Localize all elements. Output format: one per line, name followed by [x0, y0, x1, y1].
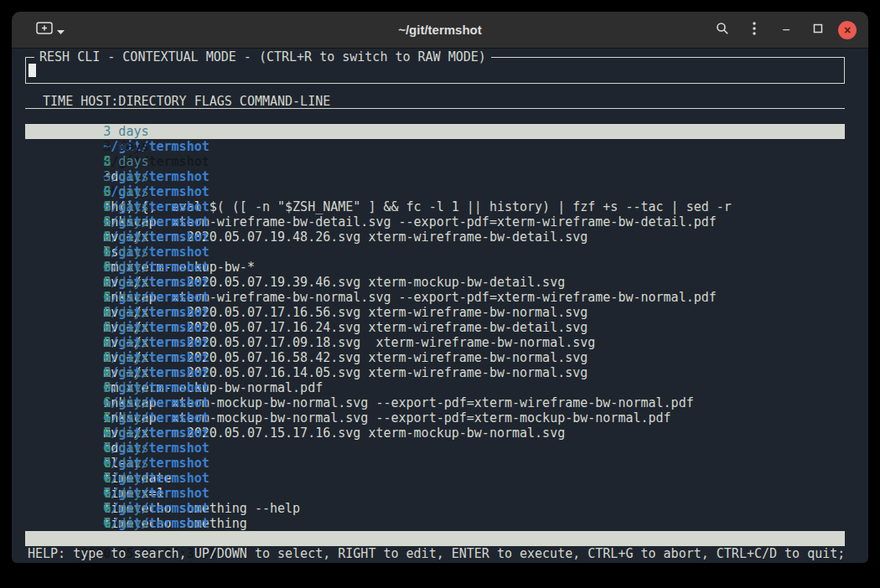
- row-time: 7 days: [103, 486, 156, 501]
- row-time: 7 days: [103, 516, 156, 531]
- row-time: 3 days: [103, 199, 156, 214]
- row-time: 3 days: [103, 154, 156, 169]
- kebab-menu-icon: [753, 22, 756, 39]
- row-time: 3 days: [103, 214, 156, 230]
- row-time: 3 days: [103, 230, 156, 245]
- search-input[interactable]: RESH CLI - CONTEXTUAL MODE - (CTRL+R to …: [25, 57, 845, 84]
- new-tab-icon: [36, 22, 53, 38]
- row-time: 3 days: [103, 245, 156, 260]
- titlebar-right-controls: − ×: [711, 18, 857, 42]
- row-time: 3 days: [103, 184, 156, 199]
- row-time: 7 days: [103, 471, 156, 486]
- new-tab-button[interactable]: [32, 18, 69, 42]
- history-row[interactable]: 3 days ~/git/termshot G cd: [25, 109, 845, 124]
- titlebar: ~/git/termshot −: [12, 12, 868, 49]
- row-time: 3 days: [103, 320, 156, 335]
- titlebar-left-controls: [32, 18, 69, 42]
- search-box-title: RESH CLI - CONTEXTUAL MODE - (CTRL+R to …: [34, 49, 491, 64]
- row-time: 3 days: [103, 365, 156, 380]
- row-time: 3 days: [103, 380, 156, 395]
- row-time: 3 days: [103, 290, 156, 305]
- search-button[interactable]: [711, 18, 734, 42]
- row-time: 6 days: [103, 395, 156, 410]
- history-header: TIME HOST:DIRECTORY FLAGS COMMAND-LINE: [25, 94, 845, 109]
- minimize-icon: −: [782, 23, 789, 38]
- row-time: 3 days: [103, 335, 156, 350]
- close-icon: ×: [844, 24, 851, 36]
- row-time: 7 days: [103, 426, 156, 441]
- row-time: 3 days: [103, 350, 156, 365]
- search-icon: [716, 22, 729, 39]
- terminal-window: ~/git/termshot −: [12, 12, 868, 563]
- chevron-down-icon: [57, 23, 65, 38]
- status-bar: 2020-05-08 00:34:56 tower:~/git/termshot…: [25, 531, 845, 546]
- restore-button[interactable]: [806, 18, 830, 42]
- close-button[interactable]: ×: [838, 21, 857, 39]
- terminal-content[interactable]: RESH CLI - CONTEXTUAL MODE - (CTRL+R to …: [12, 49, 868, 563]
- row-time: 3 days: [103, 139, 156, 154]
- status-host: tower:~/git/termshot: [118, 561, 270, 563]
- row-time: 3 days: [103, 275, 156, 290]
- row-time: 3 days: [103, 305, 156, 320]
- row-time: 3 days: [103, 124, 156, 139]
- restore-icon: [812, 23, 824, 38]
- minimize-button[interactable]: −: [774, 18, 798, 42]
- history-list: 3 days ~/git/termshot G cd 3 days ~/git/…: [25, 109, 845, 531]
- text-cursor: [28, 64, 36, 77]
- row-time: 7 days: [103, 456, 156, 471]
- row-time: 7 days: [103, 441, 156, 456]
- menu-button[interactable]: [743, 18, 766, 42]
- help-line: HELP: type to search, UP/DOWN to select,…: [25, 546, 845, 561]
- row-time: 7 days: [103, 410, 156, 426]
- row-time: 3 days: [103, 169, 156, 184]
- row-time: 7 days: [103, 501, 156, 516]
- row-time: 3 days: [103, 260, 156, 275]
